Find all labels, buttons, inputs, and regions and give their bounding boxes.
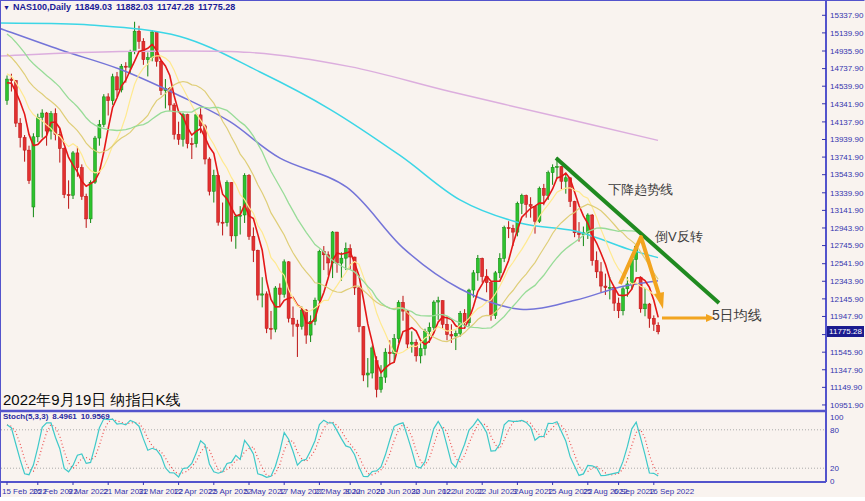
ohlc-open: 11849.03 xyxy=(75,2,112,12)
stoch-axis-label: 100 xyxy=(830,413,844,422)
symbol-dropdown-icon[interactable]: ▼ xyxy=(3,4,10,11)
ma5-annotation: 5日均线 xyxy=(712,307,762,325)
price-axis-label: 13339.90 xyxy=(830,189,864,198)
price-axis-label: 14539.90 xyxy=(830,82,864,91)
price-axis-label: 12541.90 xyxy=(830,259,864,268)
chart-canvas[interactable]: 15337.9015139.9014935.9014737.9014539.90… xyxy=(0,0,865,501)
stoch-axis-label: 0 xyxy=(830,477,835,486)
inverted-v-annotation: 倒V反转 xyxy=(655,228,703,246)
trendline-annotation: 下降趋势线 xyxy=(608,181,673,199)
price-axis-label: 14737.90 xyxy=(830,64,864,73)
stoch-axis-label: 80 xyxy=(830,426,839,435)
ohlc-low: 11747.28 xyxy=(157,2,194,12)
stoch-name: Stoch(5,3,3) xyxy=(3,412,48,421)
price-axis-label: 13741.90 xyxy=(830,153,864,162)
price-axis-label: 11947.90 xyxy=(830,312,863,321)
stoch-d-value: 10.9569 xyxy=(81,412,110,421)
ohlc-high: 11882.03 xyxy=(116,2,153,12)
chart-caption: 2022年9月19日 纳指日K线 xyxy=(3,391,181,410)
price-axis-label: 11347.90 xyxy=(830,366,863,375)
price-axis-label: 13141.90 xyxy=(830,206,864,215)
price-axis-label: 13543.90 xyxy=(830,170,864,179)
ohlc-close: 11775.28 xyxy=(198,2,235,12)
price-axis-label: 11545.90 xyxy=(830,348,863,357)
price-axis-label: 14935.90 xyxy=(830,47,864,56)
stoch-k-value: 8.4961 xyxy=(52,412,76,421)
price-axis-label: 12145.90 xyxy=(830,295,864,304)
date-axis-label: 16 Sep 2022 xyxy=(649,487,695,496)
symbol-header: ▼NAS100,Daily11849.0311882.0311747.28117… xyxy=(3,2,239,12)
price-axis-label: 14137.90 xyxy=(830,118,864,127)
price-axis-label: 15337.90 xyxy=(830,11,864,20)
current-price-badge: 11775.28 xyxy=(827,326,864,337)
price-axis-label: 10951.90 xyxy=(830,401,864,410)
price-axis-label: 12343.90 xyxy=(830,277,864,286)
price-axis-label: 15139.90 xyxy=(830,29,864,38)
price-axis-label: 14341.90 xyxy=(830,100,864,109)
stochastic-indicator-label: Stoch(5,3,3)8.496110.9569 xyxy=(3,412,114,421)
chart-window: 15337.9015139.9014935.9014737.9014539.90… xyxy=(0,0,865,501)
price-axis-label: 11149.90 xyxy=(830,383,863,392)
symbol-period-label: NAS100,Daily xyxy=(13,2,71,12)
price-axis-label: 12943.90 xyxy=(830,224,864,233)
price-axis-label: 12745.90 xyxy=(830,241,864,250)
stoch-axis-label: 20 xyxy=(830,464,839,473)
price-axis-label: 13939.90 xyxy=(830,135,864,144)
